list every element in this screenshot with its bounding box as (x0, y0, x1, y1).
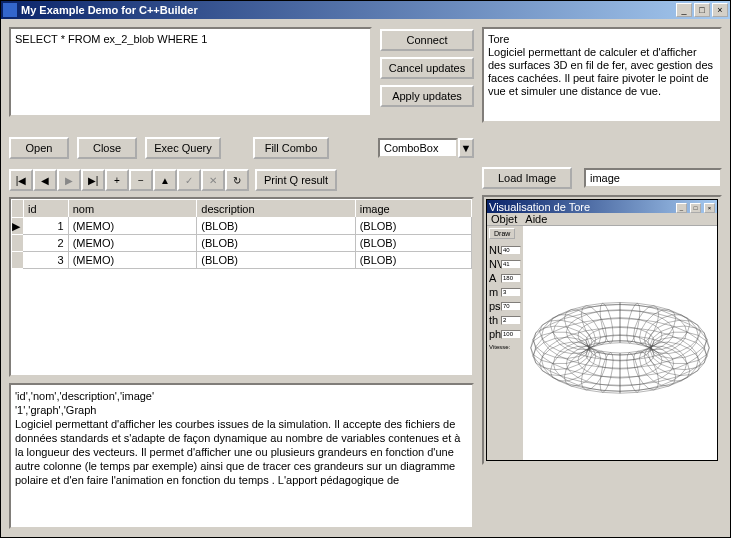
torus-wireframe-icon (523, 226, 717, 460)
combobox-dropdown-button[interactable]: ▼ (458, 138, 474, 158)
app-icon (3, 3, 17, 17)
maximize-button[interactable]: □ (694, 3, 710, 17)
load-image-button[interactable]: Load Image (482, 167, 572, 189)
param-th-input[interactable]: 2 (501, 316, 521, 325)
db-navigator-toolbar: |◀ ◀ ▶ ▶| + − ▲ ✓ ✕ ↻ Print Q result (9, 169, 474, 191)
grid-row-header (12, 200, 24, 218)
param-m-input[interactable]: 3 (501, 288, 521, 297)
param-ph-input[interactable]: 100 (501, 330, 521, 339)
inner-window: Visualisation de Tore _ □ × Objet Aide (486, 199, 718, 461)
nav-prior-icon[interactable]: ◀ (33, 169, 57, 191)
inner-sidebar: Draw NU40 NV41 A180 m3 ps70 th2 ph100 Vi… (487, 226, 523, 460)
cancel-updates-button[interactable]: Cancel updates (380, 57, 474, 79)
open-button[interactable]: Open (9, 137, 69, 159)
image-panel: Visualisation de Tore _ □ × Objet Aide (482, 195, 722, 465)
combobox[interactable]: ComboBox (378, 138, 458, 158)
table-row[interactable]: 2 (MEMO) (BLOB) (BLOB) (12, 235, 472, 252)
image-field-input[interactable]: image (584, 168, 722, 188)
inner-maximize-button[interactable]: □ (690, 203, 701, 213)
connect-button[interactable]: Connect (380, 29, 474, 51)
grid-header-image[interactable]: image (355, 200, 471, 218)
nav-refresh-icon[interactable]: ↻ (225, 169, 249, 191)
inner-draw-button[interactable]: Draw (489, 228, 515, 239)
vitesse-label: Vitesse: (489, 344, 521, 350)
grid-header-nom[interactable]: nom (68, 200, 197, 218)
nav-edit-icon[interactable]: ▲ (153, 169, 177, 191)
titlebar[interactable]: My Example Demo for C++Builder _ □ × (1, 1, 730, 19)
nav-post-icon[interactable]: ✓ (177, 169, 201, 191)
row-indicator: ▶ (12, 218, 24, 235)
table-row[interactable]: 3 (MEMO) (BLOB) (BLOB) (12, 252, 472, 269)
exec-query-button[interactable]: Exec Query (145, 137, 221, 159)
minimize-button[interactable]: _ (676, 3, 692, 17)
nav-delete-icon[interactable]: − (129, 169, 153, 191)
nav-insert-icon[interactable]: + (105, 169, 129, 191)
param-ps-input[interactable]: 70 (501, 302, 521, 311)
table-row[interactable]: ▶ 1 (MEMO) (BLOB) (BLOB) (12, 218, 472, 235)
nav-first-icon[interactable]: |◀ (9, 169, 33, 191)
sql-textarea[interactable]: SELECT * FROM ex_2_blob WHERE 1 (9, 27, 372, 117)
grid-header-description[interactable]: description (197, 200, 355, 218)
nav-cancel-icon[interactable]: ✕ (201, 169, 225, 191)
inner-menu-aide[interactable]: Aide (525, 213, 547, 225)
inner-menu-objet[interactable]: Objet (491, 213, 517, 225)
fill-combo-button[interactable]: Fill Combo (253, 137, 329, 159)
inner-minimize-button[interactable]: _ (676, 203, 687, 213)
grid-header-id[interactable]: id (24, 200, 69, 218)
close-window-button[interactable]: × (712, 3, 728, 17)
param-nv-input[interactable]: 41 (501, 260, 521, 269)
print-q-result-button[interactable]: Print Q result (255, 169, 337, 191)
param-nu-input[interactable]: 40 (501, 246, 521, 255)
inner-titlebar[interactable]: Visualisation de Tore _ □ × (487, 200, 717, 213)
memo-output[interactable]: 'id','nom','description','image' '1','gr… (9, 383, 474, 529)
torus-canvas (523, 226, 717, 460)
apply-updates-button[interactable]: Apply updates (380, 85, 474, 107)
main-window: My Example Demo for C++Builder _ □ × SEL… (0, 0, 731, 538)
window-title: My Example Demo for C++Builder (21, 4, 676, 16)
nav-last-icon[interactable]: ▶| (81, 169, 105, 191)
inner-close-button[interactable]: × (704, 203, 715, 213)
description-box[interactable]: Tore Logiciel permettant de calculer et … (482, 27, 722, 123)
data-grid[interactable]: id nom description image ▶ 1 (MEMO) (BLO… (9, 197, 474, 377)
param-a-input[interactable]: 180 (501, 274, 521, 283)
nav-next-icon[interactable]: ▶ (57, 169, 81, 191)
close-button[interactable]: Close (77, 137, 137, 159)
